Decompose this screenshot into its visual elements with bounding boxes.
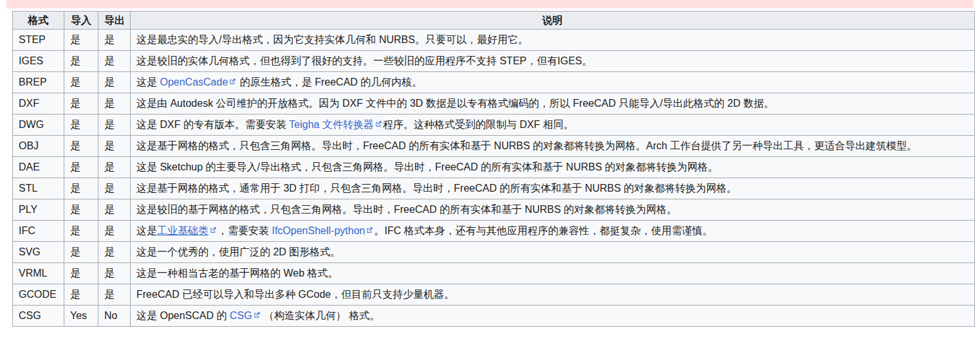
- external-link[interactable]: OpenCasCade: [160, 77, 228, 87]
- export-cell: 是: [98, 51, 131, 72]
- table-row: GCODE是是FreeCAD 已经可以导入和导出多种 GCode，但目前只支持少…: [13, 284, 975, 306]
- description-cell: 这是一种相当古老的基于网格的 Web 格式。: [131, 263, 975, 284]
- column-header-format: 格式: [13, 12, 64, 30]
- formats-table-body: STEP是是这是最忠实的导入/导出格式，因为它支持实体几何和 NURBS。只要可…: [13, 30, 975, 327]
- export-cell: 是: [98, 114, 131, 136]
- format-cell: STL: [13, 178, 64, 199]
- description-cell: 这是较旧的基于网格的格式，只包含三角网格。导出时，FreeCAD 的所有实体和基…: [131, 199, 975, 221]
- table-row: DAE是是这是 Sketchup 的主要导入/导出格式，只包含三角网格。导出时，…: [13, 157, 975, 178]
- external-link[interactable]: CSG: [230, 310, 252, 321]
- export-cell: 是: [98, 93, 131, 114]
- import-cell: 是: [64, 178, 98, 199]
- external-link[interactable]: IfcOpenShell-python: [272, 225, 365, 236]
- import-cell: 是: [64, 114, 98, 136]
- table-row: OBJ是是这是基于网格的格式，只包含三角网格。导出时，FreeCAD 的所有实体…: [13, 136, 975, 157]
- description-cell: 这是 Sketchup 的主要导入/导出格式，只包含三角网格。导出时，FreeC…: [131, 157, 975, 178]
- description-cell: 这是基于网格的格式，只包含三角网格。导出时，FreeCAD 的所有实体和基于 N…: [131, 136, 975, 157]
- import-cell: 是: [64, 136, 98, 157]
- import-cell: 是: [64, 221, 98, 242]
- import-cell: 是: [64, 72, 98, 93]
- external-link-icon: [375, 120, 382, 127]
- column-header-import: 导入: [64, 12, 98, 30]
- export-cell: 是: [98, 136, 131, 157]
- export-cell: 是: [98, 263, 131, 284]
- external-link[interactable]: 工业基础类: [157, 225, 208, 236]
- import-cell: 是: [64, 157, 98, 178]
- description-cell: 这是 DXF 的专有版本。需要安装 Teigha 文件转换器程序。这种格式受到的…: [131, 114, 975, 136]
- description-cell: 这是基于网格的格式，通常用于 3D 打印，只包含三角网格。导出时，FreeCAD…: [131, 178, 975, 199]
- export-cell: 是: [98, 221, 131, 242]
- format-cell: CSG: [13, 306, 64, 327]
- format-cell: IFC: [13, 221, 64, 242]
- export-cell: 是: [98, 30, 131, 51]
- export-cell: No: [98, 306, 131, 327]
- file-formats-table: 格式 导入 导出 说明 STEP是是这是最忠实的导入/导出格式，因为它支持实体几…: [12, 11, 975, 327]
- import-cell: 是: [64, 263, 98, 284]
- description-cell: 这是由 Autodesk 公司维护的开放格式。因为 DXF 文件中的 3D 数据…: [131, 93, 975, 114]
- page-viewport: 格式 导入 导出 说明 STEP是是这是最忠实的导入/导出格式，因为它支持实体几…: [0, 0, 980, 348]
- external-link-icon: [229, 78, 236, 85]
- format-cell: SVG: [13, 242, 64, 263]
- column-header-description: 说明: [131, 12, 975, 30]
- table-header-row: 格式 导入 导出 说明: [13, 12, 975, 30]
- description-cell: FreeCAD 已经可以导入和导出多种 GCode，但目前只支持少量机器。: [131, 284, 975, 306]
- format-cell: GCODE: [13, 284, 64, 306]
- external-link[interactable]: Teigha 文件转换器: [289, 119, 374, 130]
- export-cell: 是: [98, 242, 131, 263]
- import-cell: 是: [64, 30, 98, 51]
- table-row: IGES是是这是较旧的实体几何格式，但也得到了很好的支持。一些较旧的应用程序不支…: [13, 51, 975, 72]
- import-cell: 是: [64, 93, 98, 114]
- export-cell: 是: [98, 72, 131, 93]
- export-cell: 是: [98, 157, 131, 178]
- format-cell: BREP: [13, 72, 64, 93]
- format-cell: STEP: [13, 30, 64, 51]
- table-row: PLY是是这是较旧的基于网格的格式，只包含三角网格。导出时，FreeCAD 的所…: [13, 199, 975, 221]
- export-cell: 是: [98, 284, 131, 306]
- format-cell: IGES: [13, 51, 64, 72]
- description-cell: 这是较旧的实体几何格式，但也得到了很好的支持。一些较旧的应用程序不支持 STEP…: [131, 51, 975, 72]
- description-cell: 这是一个优秀的，使用广泛的 2D 图形格式。: [131, 242, 975, 263]
- format-cell: DAE: [13, 157, 64, 178]
- column-header-export: 导出: [98, 12, 131, 30]
- table-row: IFC是是这是工业基础类，需要安装 IfcOpenShell-python。IF…: [13, 221, 975, 242]
- import-cell: 是: [64, 51, 98, 72]
- description-cell: 这是 OpenCasCade 的原生格式，是 FreeCAD 的几何内核。: [131, 72, 975, 93]
- highlighted-block: [6, 0, 974, 8]
- export-cell: 是: [98, 178, 131, 199]
- format-cell: DWG: [13, 114, 64, 136]
- table-row: CSGYesNo这是 OpenSCAD 的 CSG （构造实体几何） 格式。: [13, 306, 975, 327]
- import-cell: 是: [64, 199, 98, 221]
- external-link-icon: [254, 311, 261, 318]
- table-row: DXF是是这是由 Autodesk 公司维护的开放格式。因为 DXF 文件中的 …: [13, 93, 975, 114]
- format-cell: OBJ: [13, 136, 64, 157]
- table-row: SVG是是这是一个优秀的，使用广泛的 2D 图形格式。: [13, 242, 975, 263]
- description-cell: 这是 OpenSCAD 的 CSG （构造实体几何） 格式。: [131, 306, 975, 327]
- table-row: STEP是是这是最忠实的导入/导出格式，因为它支持实体几何和 NURBS。只要可…: [13, 30, 975, 51]
- description-cell: 这是最忠实的导入/导出格式，因为它支持实体几何和 NURBS。只要可以，最好用它…: [131, 30, 975, 51]
- import-cell: 是: [64, 242, 98, 263]
- description-cell: 这是工业基础类，需要安装 IfcOpenShell-python。IFC 格式本…: [131, 221, 975, 242]
- export-cell: 是: [98, 199, 131, 221]
- external-link-icon: [210, 226, 217, 234]
- format-cell: PLY: [13, 199, 64, 221]
- import-cell: Yes: [64, 306, 98, 327]
- table-row: DWG是是这是 DXF 的专有版本。需要安装 Teigha 文件转换器程序。这种…: [13, 114, 975, 136]
- import-cell: 是: [64, 284, 98, 306]
- format-cell: VRML: [13, 263, 64, 284]
- format-cell: DXF: [13, 93, 64, 114]
- external-link-icon: [366, 226, 373, 234]
- table-row: STL是是这是基于网格的格式，通常用于 3D 打印，只包含三角网格。导出时，Fr…: [13, 178, 975, 199]
- table-row: VRML是是这是一种相当古老的基于网格的 Web 格式。: [13, 263, 975, 284]
- table-row: BREP是是这是 OpenCasCade 的原生格式，是 FreeCAD 的几何…: [13, 72, 975, 93]
